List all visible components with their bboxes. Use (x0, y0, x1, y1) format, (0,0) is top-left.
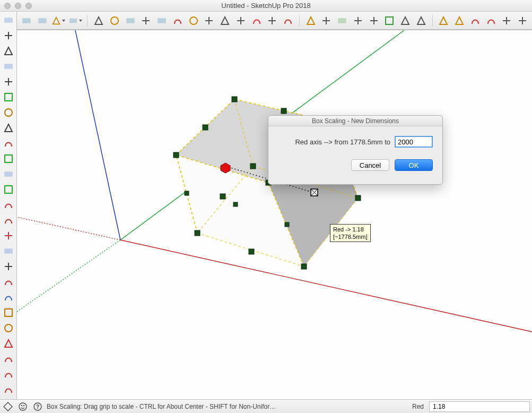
move-tool[interactable] (140, 14, 153, 28)
svg-rect-15 (301, 264, 307, 269)
section2-tool[interactable] (1, 321, 16, 335)
viewport-3d[interactable]: Red -> 1.18 [~1778.5mm] Box Scaling - Ne… (17, 30, 532, 399)
pencil-tool[interactable] (36, 14, 49, 28)
new-dimension-input[interactable] (395, 136, 433, 148)
offset2-tool[interactable] (1, 182, 16, 197)
tooltip-line1: Red -> 1.18 (333, 226, 364, 233)
toolbar-separator (299, 15, 300, 27)
rotate2-tool[interactable] (1, 151, 16, 166)
eraser-tool[interactable] (20, 14, 33, 28)
pan2-tool[interactable] (1, 259, 16, 274)
paint-tool[interactable] (250, 14, 263, 28)
walk2-tool[interactable] (1, 351, 16, 366)
zoom-extents-tool[interactable] (336, 14, 348, 28)
svg-rect-25 (185, 191, 189, 195)
red-axis-pos (120, 240, 532, 332)
walk-tool[interactable] (352, 14, 364, 28)
svg-point-6 (111, 17, 118, 24)
blue-axis (75, 30, 120, 240)
axes2-tool[interactable] (1, 213, 16, 228)
svg-rect-14 (195, 230, 200, 236)
rectangle-tool[interactable] (92, 14, 105, 28)
view-left[interactable] (516, 14, 529, 28)
titlebar: Untitled - SketchUp Pro 2018 (0, 0, 532, 12)
view-back[interactable] (501, 14, 513, 28)
svg-rect-18 (203, 125, 208, 130)
look-tool[interactable] (368, 14, 380, 28)
view-iso[interactable] (438, 14, 450, 28)
zoom-window-tool[interactable] (1, 290, 16, 305)
toolbar-separator (87, 15, 88, 27)
view-top[interactable] (453, 14, 466, 28)
svg-rect-10 (173, 152, 179, 158)
pushpull-tool[interactable] (108, 14, 121, 28)
status-bar: ? Box Scaling: Drag grip to scale - CTRL… (0, 399, 532, 413)
ok-button[interactable]: OK (395, 159, 433, 171)
view-right[interactable] (485, 14, 498, 28)
svg-rect-21 (220, 194, 225, 199)
scene-tool[interactable] (1, 382, 16, 397)
help-icon[interactable]: ? (32, 401, 43, 412)
arc-tool[interactable] (51, 14, 65, 28)
shapes-tool[interactable] (68, 14, 82, 28)
svg-rect-22 (249, 249, 254, 254)
tape2-tool[interactable] (1, 197, 16, 212)
cancel-button[interactable]: Cancel (351, 159, 389, 171)
protractor-tool[interactable] (1, 228, 16, 243)
rectangle-tool[interactable] (1, 44, 16, 58)
svg-text:?: ? (36, 404, 39, 410)
freehand-tool[interactable] (1, 105, 16, 120)
rotate-tool[interactable] (155, 14, 168, 28)
polygon-tool[interactable] (1, 90, 16, 105)
scale2-tool[interactable] (1, 167, 16, 182)
svg-rect-3 (5, 186, 12, 193)
box-scaling-dialog: Box Scaling - New Dimensions Red axis --… (268, 115, 443, 185)
svg-rect-16 (355, 195, 361, 201)
view-front[interactable] (469, 14, 482, 28)
arc2-tool[interactable] (1, 74, 16, 89)
svg-point-31 (19, 403, 27, 410)
tape-tool[interactable] (203, 14, 216, 28)
offset-tool[interactable] (124, 14, 137, 28)
measurements-input[interactable] (429, 401, 530, 412)
scale-tool[interactable] (171, 14, 184, 28)
svg-rect-19 (281, 108, 286, 114)
svg-point-1 (5, 109, 12, 116)
zoom-tool[interactable] (320, 14, 333, 28)
active-scale-grip[interactable] (311, 189, 318, 196)
text-tool[interactable] (234, 14, 247, 28)
dimension-tool[interactable] (219, 14, 231, 28)
svg-point-7 (190, 17, 197, 24)
orbit-tool[interactable] (282, 14, 294, 28)
component-tool[interactable] (399, 14, 412, 28)
section-tool[interactable] (383, 14, 396, 28)
position-camera-tool[interactable] (1, 336, 16, 351)
look2-tool[interactable] (1, 367, 16, 382)
status-hint: Box Scaling: Drag grip to scale - CTRL f… (47, 403, 409, 410)
dialog-title: Box Scaling - New Dimensions (268, 116, 442, 126)
zoom-extents2-tool[interactable] (1, 305, 16, 320)
credits-icon[interactable] (17, 401, 29, 412)
tooltip-line2: [~1778.5mm] (333, 234, 368, 240)
select-tool[interactable] (1, 13, 16, 28)
orbit2-tool[interactable] (1, 244, 16, 259)
zoom2-tool[interactable] (1, 274, 16, 289)
axes-tool[interactable] (266, 14, 278, 28)
svg-rect-11 (232, 97, 237, 102)
move2-tool[interactable] (1, 136, 16, 151)
red-axis-neg (17, 217, 120, 240)
dialog-prompt: Red axis --> from 1778.5mm to (295, 138, 390, 146)
circle-tool[interactable] (1, 59, 16, 74)
followme-tool[interactable] (187, 14, 200, 28)
geolocation-icon[interactable] (2, 401, 14, 412)
warehouse-tool[interactable] (415, 14, 428, 28)
pan-tool[interactable] (304, 14, 317, 28)
pushpull2-tool[interactable] (1, 121, 16, 135)
window-title: Untitled - SketchUp Pro 2018 (0, 2, 532, 10)
line-tool[interactable] (1, 28, 16, 43)
svg-rect-4 (5, 309, 12, 316)
scale-grip-tooltip: Red -> 1.18 [~1778.5mm] (330, 224, 371, 242)
top-toolbar (0, 12, 532, 30)
svg-rect-2 (5, 155, 12, 162)
svg-rect-26 (285, 222, 289, 227)
